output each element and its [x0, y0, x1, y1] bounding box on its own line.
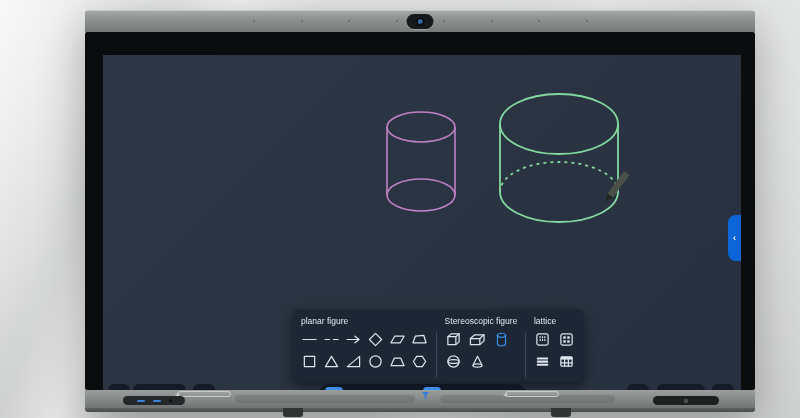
stylus-pen-right	[505, 391, 559, 397]
trapezoid-icon	[390, 354, 405, 369]
shape-circle[interactable]	[367, 353, 384, 370]
camera-lens-icon	[416, 18, 424, 26]
shape-triangle[interactable]	[323, 353, 340, 370]
brand-logo	[421, 391, 430, 400]
line-icon	[302, 332, 317, 347]
shape-line[interactable]	[301, 331, 318, 348]
dashed-line-icon	[324, 332, 339, 347]
power-button	[653, 396, 719, 405]
lattice-table-grid[interactable]	[558, 353, 575, 370]
lattice-grid-dots[interactable]	[534, 331, 551, 348]
whiteboard-canvas[interactable]: ‹ planar figure	[103, 55, 741, 407]
front-usb-ports	[123, 396, 185, 405]
shape-cone[interactable]	[469, 353, 486, 370]
lattice-title: lattice	[534, 316, 575, 326]
shape-trapezoid[interactable]	[389, 353, 406, 370]
parallelogram-icon	[390, 332, 405, 347]
interactive-flat-panel: ‹ planar figure	[85, 10, 755, 412]
stereoscopic-figure-title: Stereoscopic figure	[445, 316, 518, 326]
cube-icon	[446, 332, 461, 347]
circle-icon	[368, 354, 383, 369]
shape-cylinder[interactable]	[493, 331, 510, 348]
table-grid-icon	[559, 354, 574, 369]
shape-cuboid[interactable]	[469, 331, 486, 348]
shape-hexagon[interactable]	[411, 353, 428, 370]
lattice-table-rows[interactable]	[534, 353, 551, 370]
cylinder-icon	[496, 332, 507, 347]
shape-parallelogram[interactable]	[389, 331, 406, 348]
planar-figure-title: planar figure	[301, 316, 428, 326]
diamond-icon	[368, 332, 383, 347]
grid-quad-icon	[559, 332, 574, 347]
lattice-section: lattice	[534, 316, 575, 376]
shape-cube[interactable]	[445, 331, 462, 348]
lattice-grid	[534, 331, 575, 370]
chevron-left-icon: ‹	[733, 233, 736, 243]
shape-quadrilateral[interactable]	[411, 331, 428, 348]
table-rows-icon	[535, 354, 550, 369]
hexagon-icon	[412, 354, 427, 369]
drawn-cylinder-large	[500, 94, 618, 222]
shape-right-triangle[interactable]	[345, 353, 362, 370]
shape-dashed-line[interactable]	[323, 331, 340, 348]
shapes-panel: planar figure	[292, 309, 584, 382]
top-bezel	[85, 10, 755, 32]
sphere-icon	[446, 354, 461, 369]
cuboid-icon	[469, 332, 485, 347]
bottom-edge	[85, 408, 755, 412]
quadrilateral-icon	[412, 332, 427, 347]
sidebar-handle[interactable]: ‹	[728, 215, 741, 261]
screen-bezel: ‹ planar figure	[85, 32, 755, 390]
stereoscopic-figure-grid	[445, 331, 518, 370]
right-triangle-icon	[346, 354, 361, 369]
speaker-grille	[235, 395, 415, 403]
shape-square[interactable]	[301, 353, 318, 370]
shape-arrow[interactable]	[345, 331, 362, 348]
panel-divider	[436, 332, 437, 378]
stereoscopic-figure-section: Stereoscopic figure	[445, 316, 518, 376]
room-wall: ‹ planar figure	[0, 0, 800, 418]
front-camera	[407, 14, 434, 29]
planar-figure-section: planar figure	[301, 316, 428, 376]
drawn-cylinder-small	[387, 112, 455, 211]
panel-divider	[525, 332, 526, 378]
stylus-pen-left	[177, 391, 231, 397]
shape-diamond[interactable]	[367, 331, 384, 348]
cone-icon	[470, 354, 485, 369]
triangle-icon	[324, 354, 339, 369]
shape-sphere[interactable]	[445, 353, 462, 370]
stand-foot	[551, 408, 571, 417]
square-icon	[302, 354, 317, 369]
lattice-grid-quad[interactable]	[558, 331, 575, 348]
arrow-icon	[346, 332, 361, 347]
grid-dots-icon	[535, 332, 550, 347]
stand-foot	[283, 408, 303, 417]
planar-figure-grid	[301, 331, 428, 370]
